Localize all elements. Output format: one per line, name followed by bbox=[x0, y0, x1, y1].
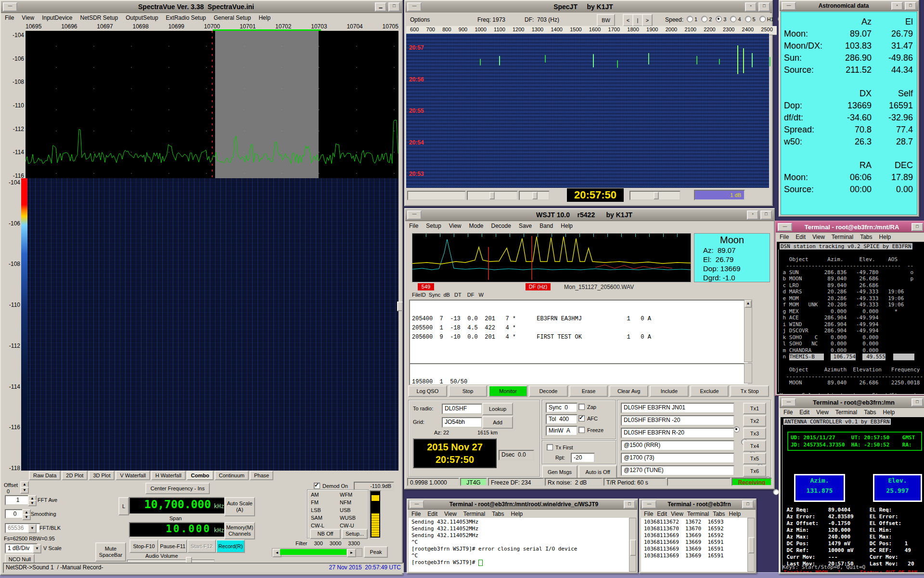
scroll-up-icon[interactable]: ▲ bbox=[744, 300, 752, 308]
tx3-button[interactable]: Tx3 bbox=[743, 428, 766, 439]
average-scrollbar[interactable] bbox=[744, 363, 752, 383]
minw-field[interactable]: MinW A bbox=[546, 426, 578, 436]
maximize-icon[interactable]: □ bbox=[742, 500, 754, 509]
add-button[interactable]: Add bbox=[482, 416, 513, 429]
menu-item[interactable]: Tabs bbox=[860, 234, 872, 240]
speed-radio-4[interactable] bbox=[730, 16, 736, 22]
average-text-area[interactable]: 195800 1 50/50 195800 2 49/49 bbox=[409, 363, 749, 385]
log-qso-button[interactable]: Log QSO bbox=[408, 385, 447, 397]
zap-checkbox[interactable] bbox=[578, 404, 585, 410]
mute-button[interactable]: Mute SpaceBar bbox=[95, 542, 126, 562]
demod-mode-option[interactable]: USB bbox=[340, 507, 356, 513]
menu-item[interactable]: Terminal bbox=[687, 511, 709, 517]
window-menu-icon[interactable]: — bbox=[782, 2, 796, 10]
afc-checkbox[interactable] bbox=[578, 415, 585, 421]
menu-item[interactable]: File bbox=[411, 511, 421, 517]
menu-item[interactable]: Help bbox=[729, 511, 741, 517]
antenna-terminal-titlebar[interactable]: — Terminal - root@eb3frn:/mn □ bbox=[780, 397, 924, 408]
window-menu-icon[interactable]: — bbox=[407, 210, 422, 220]
fft-blk-dropdown-icon[interactable]: ▼ bbox=[28, 524, 37, 533]
menu-item[interactable]: View bbox=[812, 234, 825, 240]
lookup-button[interactable]: Lookup bbox=[482, 403, 513, 415]
minimize-icon[interactable]: ▫ bbox=[747, 210, 758, 220]
scrollbar-thumb[interactable] bbox=[748, 537, 755, 553]
rpt-field[interactable]: -20 bbox=[571, 453, 595, 463]
minimize-icon[interactable]: ▫ bbox=[891, 2, 903, 10]
stop-button[interactable]: Stop bbox=[449, 385, 488, 397]
menu-item[interactable]: View bbox=[22, 14, 34, 21]
demod-mode-option[interactable]: CW-U bbox=[340, 523, 356, 528]
menu-item[interactable]: ExtRadio Setup bbox=[166, 14, 206, 21]
dsec-field[interactable]: Dsec 0.0 bbox=[499, 450, 534, 460]
auto-scale-button[interactable]: Auto Scale (A) bbox=[224, 497, 255, 516]
start-button[interactable]: Start-F12 bbox=[187, 539, 216, 553]
demod-mode-option[interactable]: AM bbox=[311, 492, 324, 498]
bw-button[interactable]: BW bbox=[597, 14, 615, 26]
tx-stop-button[interactable]: Tx Stop bbox=[730, 385, 769, 397]
nb-off-button[interactable]: NB Off bbox=[310, 529, 341, 539]
maximize-icon[interactable]: □ bbox=[905, 2, 916, 10]
slider-track[interactable] bbox=[629, 191, 680, 200]
filter-scroll-right-icon[interactable]: ► bbox=[347, 549, 356, 557]
menu-item[interactable]: Setup bbox=[426, 223, 441, 229]
menu-item[interactable]: Terminal bbox=[463, 511, 485, 517]
filter-scrollbar[interactable]: ◄ ► bbox=[272, 548, 362, 557]
menu-item[interactable]: Tabs bbox=[864, 409, 876, 416]
slider-track[interactable] bbox=[467, 191, 518, 200]
decode-text-area[interactable]: 205400 7 -13 0.0 201 7 * EB3FRN EA3HMJ 1… bbox=[409, 300, 749, 364]
waterfall-scroll-thumb[interactable] bbox=[397, 302, 403, 311]
spectravue-titlebar[interactable]: — SpectraVue Ver. 3.38 SpectraVue.ini ▁ … bbox=[1, 1, 402, 13]
demod-on-checkbox[interactable] bbox=[314, 483, 320, 489]
smoothing-down-icon[interactable]: ▼ bbox=[22, 514, 31, 520]
erase-button[interactable]: Erase bbox=[569, 385, 608, 397]
tx1-button[interactable]: Tx1 bbox=[743, 403, 766, 414]
menu-item[interactable]: View bbox=[816, 409, 829, 416]
demod-mode-option[interactable]: WUSB bbox=[340, 515, 356, 521]
tx2-field[interactable]: DL0SHF EB3FRN -20 bbox=[621, 415, 734, 426]
menu-item[interactable]: Edit bbox=[657, 511, 667, 517]
tab-2d-plot[interactable]: 2D Plot bbox=[62, 471, 88, 480]
menu-item[interactable]: File bbox=[644, 511, 653, 517]
window-menu-icon[interactable]: — bbox=[410, 500, 424, 509]
auto-button[interactable]: Auto is Off bbox=[578, 465, 617, 479]
tab-v-waterfall[interactable]: V Waterfall bbox=[116, 471, 150, 480]
terminal-scrollbar[interactable] bbox=[629, 518, 636, 572]
setup-button[interactable]: Setup... bbox=[342, 529, 368, 539]
demod-mode-option[interactable]: NFM bbox=[340, 499, 356, 505]
slider-thumb[interactable] bbox=[489, 192, 495, 199]
spectrum-plot[interactable] bbox=[26, 31, 398, 178]
demod-mode-option[interactable]: LSB bbox=[311, 507, 324, 513]
tx4-field[interactable]: @1500 (RRR) bbox=[621, 440, 734, 451]
fft-ave-down-icon[interactable]: ▼ bbox=[28, 500, 37, 506]
scrollbar-thumb[interactable] bbox=[630, 539, 636, 556]
maximize-icon[interactable]: □ bbox=[388, 2, 400, 12]
menu-item[interactable]: Edit bbox=[799, 409, 809, 416]
maximize-icon[interactable]: □ bbox=[624, 500, 635, 509]
menu-item[interactable]: Help bbox=[258, 14, 270, 21]
menu-item[interactable]: Tabs bbox=[713, 511, 725, 517]
offset-down-icon[interactable]: ▼ bbox=[20, 487, 29, 494]
demod-mode-option[interactable]: WFM bbox=[340, 492, 356, 498]
menu-item[interactable]: File bbox=[409, 223, 418, 229]
speed-radio-3[interactable] bbox=[716, 16, 722, 22]
menu-item[interactable]: Mode bbox=[469, 223, 484, 229]
menu-item[interactable]: Tabs bbox=[492, 511, 504, 517]
tx6-button[interactable]: Tx6 bbox=[743, 465, 766, 477]
menu-item[interactable]: File bbox=[5, 14, 14, 21]
gain-gauge[interactable]: 1 dB bbox=[694, 190, 745, 200]
menu-item[interactable]: Band bbox=[539, 223, 553, 229]
lock-button[interactable]: L bbox=[118, 497, 129, 515]
next-button[interactable]: > bbox=[642, 14, 653, 26]
include-button[interactable]: Include bbox=[650, 385, 689, 397]
menu-item[interactable]: View bbox=[449, 223, 462, 229]
window-menu-icon[interactable]: — bbox=[3, 2, 17, 12]
menu-item[interactable]: OutputSetup bbox=[126, 14, 158, 21]
tx1-field[interactable]: DL0SHF EB3FRN JN01 bbox=[621, 403, 734, 413]
pause-button[interactable]: Pause-F11 bbox=[158, 539, 187, 553]
menu-item[interactable]: Terminal bbox=[835, 409, 857, 416]
tx5-field[interactable]: @1700 (73) bbox=[621, 453, 734, 463]
menu-item[interactable]: Edit bbox=[796, 234, 806, 240]
menu-item[interactable]: File bbox=[780, 234, 789, 240]
tx5-button[interactable]: Tx5 bbox=[743, 453, 766, 464]
terminal-scrollbar[interactable] bbox=[747, 518, 755, 572]
